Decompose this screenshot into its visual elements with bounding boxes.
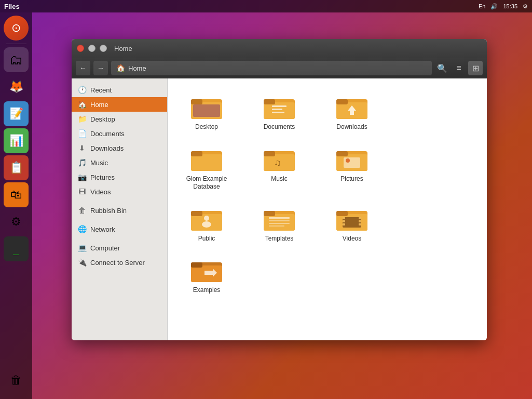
svg-rect-50 bbox=[191, 262, 202, 268]
svg-rect-46 bbox=[359, 220, 361, 222]
sidebar-network-label: Network bbox=[90, 225, 115, 233]
launcher-item-ubuntu[interactable]: ⊙ bbox=[4, 16, 29, 41]
sidebar-item-desktop[interactable]: 📁 Desktop bbox=[72, 112, 167, 126]
file-item-downloads[interactable]: Downloads bbox=[323, 89, 380, 136]
title-bar: Home bbox=[72, 39, 487, 58]
recent-icon: 🕐 bbox=[78, 86, 86, 94]
network-icon: 🌐 bbox=[78, 225, 86, 233]
sidebar: 🕐 Recent 🏠 Home 📁 Desktop 📄 Documents ⬇ … bbox=[72, 78, 168, 340]
sidebar-item-music[interactable]: 🎵 Music bbox=[72, 155, 167, 170]
videos-icon: 🎞 bbox=[78, 188, 86, 196]
svg-rect-2 bbox=[191, 99, 202, 104]
sidebar-item-recent[interactable]: 🕐 Recent bbox=[72, 83, 167, 97]
sidebar-music-label: Music bbox=[90, 159, 108, 167]
launcher-item-calc[interactable]: 📊 bbox=[4, 128, 29, 153]
svg-rect-36 bbox=[269, 223, 290, 224]
settings-icon[interactable]: ⚙ bbox=[523, 3, 528, 10]
launcher-item-files[interactable]: 🗂 bbox=[4, 47, 29, 72]
file-item-templates[interactable]: Templates bbox=[251, 201, 308, 247]
launcher-item-trash[interactable]: 🗑 bbox=[4, 368, 29, 393]
svg-rect-15 bbox=[191, 154, 222, 171]
glom-folder-icon bbox=[190, 145, 223, 173]
svg-rect-9 bbox=[272, 112, 284, 113]
file-item-glom[interactable]: Glom Example Database bbox=[178, 141, 235, 195]
maximize-button[interactable] bbox=[100, 45, 107, 52]
connect-server-icon: 🔌 bbox=[78, 258, 86, 267]
file-item-pictures[interactable]: Pictures bbox=[323, 141, 380, 195]
terminal-icon: _ bbox=[13, 243, 19, 255]
sidebar-item-home[interactable]: 🏠 Home bbox=[72, 97, 167, 112]
file-item-desktop[interactable]: Desktop bbox=[178, 89, 235, 136]
calc-icon: 📊 bbox=[9, 134, 23, 148]
pictures-icon: 📷 bbox=[78, 173, 86, 181]
sidebar-item-computer[interactable]: 💻 Computer bbox=[72, 241, 167, 255]
toolbar: ← → 🏠 Home 🔍 ≡ ⊞ bbox=[72, 58, 487, 78]
back-button[interactable]: ← bbox=[76, 61, 90, 75]
svg-rect-32 bbox=[264, 214, 295, 231]
documents-icon: 📄 bbox=[78, 129, 86, 138]
launcher-item-firefox[interactable]: 🦊 bbox=[4, 74, 29, 99]
svg-rect-7 bbox=[272, 105, 287, 107]
sidebar-item-downloads[interactable]: ⬇ Downloads bbox=[72, 141, 167, 155]
public-label: Public bbox=[198, 235, 215, 243]
launcher-item-impress[interactable]: 📋 bbox=[4, 155, 29, 180]
sidebar-home-label: Home bbox=[90, 101, 108, 109]
svg-rect-24 bbox=[344, 157, 360, 168]
svg-rect-28 bbox=[191, 211, 202, 216]
top-bar: Files En 🔊 15:35 ⚙ bbox=[0, 0, 532, 12]
launcher-item-settings[interactable]: ⚙ bbox=[4, 209, 29, 234]
svg-rect-33 bbox=[264, 211, 275, 216]
breadcrumb-home-icon: 🏠 bbox=[116, 64, 125, 72]
search-button[interactable]: 🔍 bbox=[435, 61, 449, 75]
software-icon: 🛍 bbox=[10, 188, 22, 202]
examples-label: Examples bbox=[193, 286, 221, 295]
content-area: 🕐 Recent 🏠 Home 📁 Desktop 📄 Documents ⬇ … bbox=[72, 78, 487, 340]
sidebar-rubbish-label: Rubbish Bin bbox=[90, 207, 127, 215]
computer-icon: 💻 bbox=[78, 244, 86, 252]
svg-rect-19 bbox=[264, 151, 275, 156]
videos-label: Videos bbox=[343, 235, 361, 243]
svg-rect-35 bbox=[269, 220, 290, 221]
launcher-item-software[interactable]: 🛍 bbox=[4, 182, 29, 207]
launcher-item-terminal[interactable]: _ bbox=[4, 236, 29, 261]
sidebar-item-pictures[interactable]: 📷 Pictures bbox=[72, 170, 167, 184]
close-button[interactable] bbox=[77, 45, 84, 52]
svg-rect-12 bbox=[336, 99, 348, 104]
downloads-icon: ⬇ bbox=[78, 144, 86, 152]
svg-rect-45 bbox=[359, 217, 361, 219]
svg-rect-40 bbox=[336, 211, 348, 216]
sidebar-item-connect-server[interactable]: 🔌 Connect to Server bbox=[72, 255, 167, 270]
list-view-button[interactable]: ≡ bbox=[452, 61, 466, 75]
videos-folder-icon bbox=[335, 205, 369, 233]
minimize-button[interactable] bbox=[88, 45, 96, 52]
svg-rect-43 bbox=[343, 220, 345, 222]
sidebar-desktop-label: Desktop bbox=[90, 115, 115, 123]
sidebar-item-videos[interactable]: 🎞 Videos bbox=[72, 184, 167, 199]
templates-label: Templates bbox=[265, 235, 294, 243]
file-item-documents[interactable]: Documents bbox=[251, 89, 308, 136]
sidebar-item-documents[interactable]: 📄 Documents bbox=[72, 126, 167, 141]
file-item-videos[interactable]: Videos bbox=[323, 201, 380, 247]
sidebar-computer-label: Computer bbox=[90, 244, 120, 252]
sidebar-item-rubbish-bin[interactable]: 🗑 Rubbish Bin bbox=[72, 203, 167, 218]
forward-button[interactable]: → bbox=[93, 61, 108, 75]
breadcrumb[interactable]: 🏠 Home bbox=[111, 61, 432, 75]
desktop-folder-icon bbox=[190, 93, 223, 121]
svg-point-30 bbox=[202, 221, 211, 228]
launcher-bottom: 🗑 bbox=[4, 368, 29, 393]
file-item-public[interactable]: Public bbox=[178, 201, 235, 247]
file-item-examples[interactable]: Examples bbox=[178, 252, 235, 299]
clock: 15:35 bbox=[503, 3, 517, 9]
svg-rect-42 bbox=[343, 217, 345, 219]
svg-rect-34 bbox=[269, 217, 290, 219]
grid-view-button[interactable]: ⊞ bbox=[468, 61, 483, 75]
svg-rect-41 bbox=[343, 217, 361, 228]
svg-rect-6 bbox=[264, 99, 275, 104]
downloads-folder-icon bbox=[335, 93, 369, 121]
launcher-item-writer[interactable]: 📝 bbox=[4, 101, 29, 126]
file-item-music[interactable]: ♫ Music bbox=[251, 141, 308, 195]
music-label: Music bbox=[271, 175, 287, 183]
templates-folder-icon bbox=[263, 205, 296, 233]
sidebar-item-network[interactable]: 🌐 Network bbox=[72, 222, 167, 236]
file-area: Desktop Documents bbox=[168, 78, 487, 340]
